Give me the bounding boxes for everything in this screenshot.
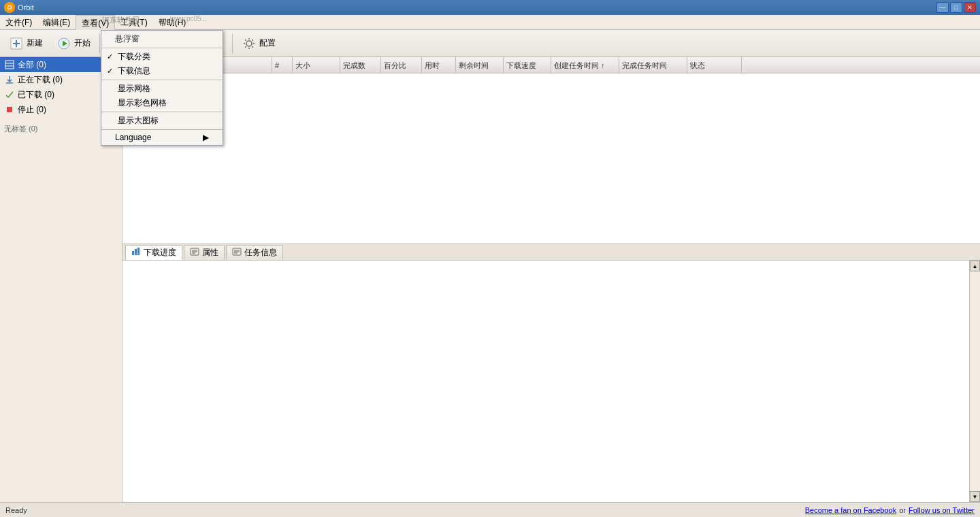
menu-divider-4: [101, 129, 223, 130]
statusbar: Ready Become a fan on Facebook or Follow…: [0, 502, 980, 517]
check-mark-info: ✓: [107, 67, 115, 76]
menu-divider-1: [101, 48, 223, 48]
svg-rect-19: [137, 248, 140, 255]
progress-tab-icon: [131, 247, 141, 258]
facebook-link[interactable]: Become a fan on Facebook: [805, 506, 897, 514]
downloading-icon: [4, 74, 15, 85]
stopped-icon: [4, 104, 15, 115]
scroll-up-button[interactable]: ▲: [970, 261, 980, 271]
table-header: 文件名 # 大小 完成数 百分比 用时 剩余时间 下载速度 创建任务时间 ↑ 完…: [122, 57, 980, 73]
tab-properties[interactable]: 属性: [184, 245, 225, 260]
menubar: 文件(F) 编辑(E) 查看(V) 工具(T) 帮助(H): [0, 15, 980, 30]
all-icon: [4, 59, 15, 70]
tab-taskinfo[interactable]: 任务信息: [226, 245, 283, 260]
col-remaining: 剩余时间: [456, 57, 504, 73]
col-size: 大小: [293, 57, 340, 73]
title-bar: O Orbit — □ ✕: [0, 0, 980, 15]
show-grid-label: 显示网格: [118, 83, 150, 95]
maximize-button[interactable]: □: [950, 2, 962, 13]
config-button[interactable]: 配置: [235, 32, 282, 55]
tab-taskinfo-label: 任务信息: [244, 247, 277, 258]
properties-tab-icon: [190, 247, 199, 258]
status-separator: or: [899, 506, 906, 514]
svg-rect-17: [132, 251, 134, 255]
large-icon-label: 显示大图标: [118, 115, 159, 127]
bottom-tabs: 下载进度 属性: [122, 244, 980, 261]
col-completed: 完成数: [340, 57, 381, 73]
downloaded-icon: [4, 89, 15, 100]
content-area: 文件名 # 大小 完成数 百分比 用时 剩余时间 下载速度 创建任务时间 ↑ 完…: [122, 57, 980, 502]
config-label: 配置: [259, 37, 276, 49]
submenu-arrow: ▶: [203, 133, 209, 142]
menu-tools[interactable]: 工具(T): [115, 15, 152, 30]
new-icon: [9, 36, 24, 51]
window-controls: — □ ✕: [936, 2, 976, 13]
dropdown-menu: 悬浮窗 ✓ 下载分类 ✓ 下载信息 显示网格 显示彩色网格 显示大图标 Lang…: [101, 30, 223, 146]
close-button[interactable]: ✕: [964, 2, 976, 13]
menu-edit[interactable]: 编辑(E): [37, 15, 76, 30]
menu-item-language[interactable]: Language ▶: [101, 131, 223, 144]
config-icon: [242, 36, 257, 51]
menu-divider-2: [101, 80, 223, 80]
status-text: Ready: [5, 506, 27, 514]
menu-item-show-grid[interactable]: 显示网格: [101, 82, 223, 96]
col-speed: 下载速度: [504, 57, 551, 73]
new-label: 新建: [27, 37, 43, 49]
minimize-button[interactable]: —: [936, 2, 949, 13]
tab-progress[interactable]: 下载进度: [125, 245, 182, 260]
svg-rect-18: [135, 249, 137, 255]
start-label: 开始: [74, 37, 91, 49]
tab-properties-label: 属性: [202, 247, 218, 258]
tab-progress-label: 下载进度: [144, 247, 176, 258]
col-status: 状态: [687, 57, 742, 73]
app-title: Orbit: [18, 3, 936, 12]
col-percent: 百分比: [381, 57, 422, 73]
menu-view[interactable]: 查看(V): [76, 15, 115, 30]
scroll-down-button[interactable]: ▼: [970, 491, 980, 502]
dropdown-title[interactable]: 悬浮窗: [101, 32, 223, 46]
all-label: 全部 (0): [18, 59, 46, 71]
bottom-content: ▲ ▼: [122, 261, 980, 502]
col-finished: 完成任务时间: [619, 57, 687, 73]
app-icon: O: [4, 2, 15, 13]
svg-rect-16: [7, 107, 12, 112]
menu-item-show-color-grid[interactable]: 显示彩色网格: [101, 96, 223, 110]
new-button[interactable]: 新建: [3, 32, 49, 55]
check-mark-category: ✓: [107, 52, 115, 61]
start-button[interactable]: 开始: [50, 32, 97, 55]
language-label: Language: [115, 133, 151, 142]
col-hash: #: [272, 57, 293, 73]
menu-help[interactable]: 帮助(H): [153, 15, 192, 30]
downloaded-label: 已下载 (0): [18, 89, 54, 101]
status-right: Become a fan on Facebook or Follow us on…: [805, 506, 975, 514]
menu-item-download-category[interactable]: ✓ 下载分类: [101, 50, 223, 64]
bottom-panel: 下载进度 属性: [122, 244, 980, 502]
col-created[interactable]: 创建任务时间 ↑: [551, 57, 619, 73]
toolbar-sep-2: [232, 34, 233, 53]
col-time: 用时: [422, 57, 456, 73]
show-color-grid-label: 显示彩色网格: [118, 97, 167, 109]
downloading-label: 正在下载 (0): [18, 74, 63, 86]
menu-item-download-info[interactable]: ✓ 下载信息: [101, 64, 223, 78]
stopped-label: 停止 (0): [18, 104, 46, 116]
toolbar-sep-1: [99, 34, 100, 53]
download-category-label: 下载分类: [118, 51, 150, 63]
menu-item-large-icon[interactable]: 显示大图标: [101, 114, 223, 128]
table-content: [122, 73, 980, 244]
vertical-scrollbar[interactable]: ▲ ▼: [969, 261, 980, 502]
menu-divider-3: [101, 112, 223, 112]
download-info-label: 下载信息: [118, 65, 150, 77]
scroll-track: [970, 271, 980, 491]
start-icon: [56, 36, 71, 51]
menu-file[interactable]: 文件(F): [0, 15, 37, 30]
taskinfo-tab-icon: [232, 247, 242, 258]
svg-rect-12: [5, 61, 14, 69]
twitter-link[interactable]: Follow us on Twitter: [909, 506, 975, 514]
